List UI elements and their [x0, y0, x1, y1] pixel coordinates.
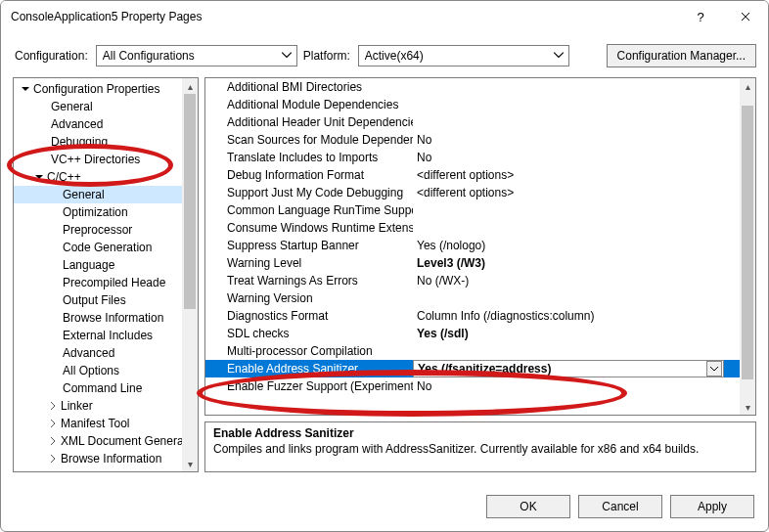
- property-value[interactable]: No: [413, 151, 740, 164]
- apply-button[interactable]: Apply: [670, 495, 754, 518]
- configuration-manager-button[interactable]: Configuration Manager...: [607, 44, 756, 67]
- tree-node[interactable]: Code Generation: [14, 239, 198, 256]
- property-row[interactable]: Enable Fuzzer Support (Experimental)No: [205, 377, 740, 395]
- property-value[interactable]: No: [413, 379, 740, 393]
- cancel-button[interactable]: Cancel: [578, 495, 662, 518]
- tree-node-cpp[interactable]: C/C++: [14, 168, 198, 186]
- scroll-thumb[interactable]: [184, 94, 196, 309]
- property-name: Debug Information Format: [205, 168, 413, 182]
- chevron-down-icon: [553, 49, 565, 61]
- property-value[interactable]: <different options>: [413, 168, 740, 182]
- scroll-up-icon[interactable]: ▴: [182, 78, 198, 94]
- property-pages-dialog: ConsoleApplication5 Property Pages ? Con…: [0, 0, 769, 532]
- tree-node[interactable]: External Includes: [14, 327, 198, 344]
- dialog-body: Configuration Properties GeneralAdvanced…: [1, 77, 768, 482]
- property-name: Warning Version: [205, 291, 413, 305]
- scroll-down-icon[interactable]: ▾: [182, 456, 198, 471]
- nav-tree[interactable]: Configuration Properties GeneralAdvanced…: [13, 77, 199, 472]
- close-icon: [741, 12, 750, 22]
- property-value[interactable]: Yes (/sdl): [413, 327, 740, 340]
- property-row[interactable]: Common Language RunTime Support: [205, 201, 740, 219]
- configuration-combo[interactable]: All Configurations: [96, 45, 297, 66]
- grid-scrollbar[interactable]: ▴ ▾: [740, 78, 755, 415]
- property-name: Warning Level: [205, 256, 413, 270]
- property-name: Additional Module Dependencies: [205, 98, 413, 111]
- tree-node[interactable]: Browse Information: [14, 450, 198, 467]
- tree-node[interactable]: Preprocessor: [14, 221, 198, 239]
- platform-combo[interactable]: Active(x64): [358, 45, 569, 66]
- property-name: SDL checks: [205, 327, 413, 340]
- expand-icon[interactable]: [47, 435, 59, 447]
- tree-node-root[interactable]: Configuration Properties: [14, 80, 198, 98]
- property-row[interactable]: Suppress Startup BannerYes (/nologo): [205, 237, 740, 254]
- property-name: Treat Warnings As Errors: [205, 274, 413, 288]
- tree-node[interactable]: Debugging: [14, 133, 198, 151]
- tree-node[interactable]: All Options: [14, 362, 198, 379]
- scroll-track[interactable]: [182, 94, 198, 456]
- property-name: Scan Sources for Module Dependencies: [205, 133, 413, 147]
- tree-node[interactable]: General: [14, 186, 198, 203]
- property-value[interactable]: Level3 (/W3): [413, 256, 740, 270]
- tree-label: Configuration Properties: [33, 82, 159, 96]
- property-row[interactable]: Additional Header Unit Dependencies: [205, 113, 740, 131]
- description-title: Enable Address Sanitizer: [213, 426, 747, 440]
- scroll-thumb[interactable]: [742, 106, 753, 379]
- tree-node[interactable]: Linker: [14, 397, 198, 415]
- dialog-footer: OK Cancel Apply: [1, 482, 768, 531]
- property-row[interactable]: Scan Sources for Module DependenciesNo: [205, 131, 740, 149]
- tree-node[interactable]: Advanced: [14, 344, 198, 362]
- tree-node[interactable]: Command Line: [14, 379, 198, 397]
- expand-icon[interactable]: [47, 400, 59, 412]
- chevron-down-icon: [281, 49, 293, 61]
- tree-node[interactable]: Optimization: [14, 203, 198, 221]
- property-row[interactable]: Enable Address SanitizerYes (/fsanitize=…: [205, 360, 740, 377]
- property-row[interactable]: Debug Information Format<different optio…: [205, 166, 740, 184]
- tree-node[interactable]: General: [14, 98, 198, 115]
- scroll-up-icon[interactable]: ▴: [740, 78, 755, 94]
- tree-node[interactable]: XML Document Genera: [14, 432, 198, 450]
- property-value[interactable]: Yes (/nologo): [413, 239, 740, 252]
- tree-node[interactable]: Advanced: [14, 115, 198, 133]
- property-row[interactable]: Multi-processor Compilation: [205, 342, 740, 360]
- scroll-track[interactable]: [740, 94, 755, 399]
- platform-value: Active(x64): [365, 49, 424, 63]
- tree-node[interactable]: Precompiled Heade: [14, 274, 198, 291]
- ok-button[interactable]: OK: [486, 495, 570, 518]
- tree-node[interactable]: Manifest Tool: [14, 415, 198, 432]
- property-row[interactable]: Warning Version: [205, 289, 740, 307]
- config-bar: Configuration: All Configurations Platfo…: [1, 32, 768, 77]
- description-text: Compiles and links program with AddressS…: [213, 442, 747, 456]
- property-row[interactable]: Additional BMI Directories: [205, 78, 740, 96]
- help-button[interactable]: ?: [678, 1, 723, 32]
- tree-scrollbar[interactable]: ▴ ▾: [182, 78, 198, 471]
- property-value[interactable]: <different options>: [413, 186, 740, 200]
- property-name: Diagnostics Format: [205, 309, 413, 323]
- tree-node[interactable]: Output Files: [14, 291, 198, 309]
- property-value[interactable]: No (/WX-): [413, 274, 740, 288]
- property-value[interactable]: No: [413, 133, 740, 147]
- scroll-down-icon[interactable]: ▾: [740, 399, 755, 415]
- expand-icon[interactable]: [20, 83, 31, 95]
- expand-icon[interactable]: [47, 453, 59, 465]
- expand-icon[interactable]: [33, 171, 45, 183]
- property-grid[interactable]: Additional BMI DirectoriesAdditional Mod…: [204, 77, 756, 416]
- property-row[interactable]: Diagnostics FormatColumn Info (/diagnost…: [205, 307, 740, 325]
- property-row[interactable]: Treat Warnings As ErrorsNo (/WX-): [205, 272, 740, 289]
- expand-icon[interactable]: [47, 418, 59, 429]
- property-row[interactable]: SDL checksYes (/sdl): [205, 325, 740, 342]
- tree-node[interactable]: Browse Information: [14, 309, 198, 327]
- property-row[interactable]: Warning LevelLevel3 (/W3): [205, 254, 740, 272]
- property-row[interactable]: Consume Windows Runtime Extension: [205, 219, 740, 237]
- close-button[interactable]: [723, 1, 768, 32]
- tree-node[interactable]: VC++ Directories: [14, 151, 198, 168]
- property-value[interactable]: Column Info (/diagnostics:column): [413, 309, 740, 323]
- property-row[interactable]: Additional Module Dependencies: [205, 96, 740, 113]
- property-name: Suppress Startup Banner: [205, 239, 413, 252]
- property-name: Translate Includes to Imports: [205, 151, 413, 164]
- property-row[interactable]: Support Just My Code Debugging<different…: [205, 184, 740, 201]
- property-row[interactable]: Translate Includes to ImportsNo: [205, 149, 740, 166]
- tree-node[interactable]: Language: [14, 256, 198, 274]
- property-value[interactable]: Yes (/fsanitize=address): [413, 360, 724, 377]
- configuration-label: Configuration:: [15, 49, 88, 63]
- dropdown-button[interactable]: [706, 361, 722, 377]
